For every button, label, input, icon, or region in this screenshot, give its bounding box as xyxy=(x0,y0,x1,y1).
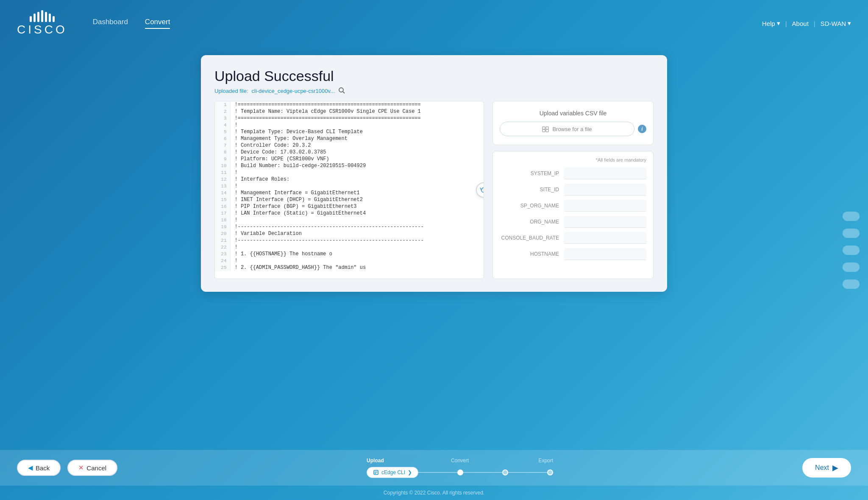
line-code: ! Variable Declaration xyxy=(230,230,484,237)
svg-rect-6 xyxy=(374,470,378,475)
variable-input-site_id[interactable] xyxy=(564,184,646,196)
cancel-icon: ✕ xyxy=(78,464,84,472)
line-number: 7 xyxy=(215,142,230,149)
logo-bar-5 xyxy=(45,12,47,22)
code-table: 1!======================================… xyxy=(215,101,484,271)
info-icon[interactable]: i xyxy=(638,125,646,133)
content-columns: 1!======================================… xyxy=(214,101,654,279)
line-code: ! PIP Interface (BGP) = GigabitEthernet3 xyxy=(230,203,484,210)
line-number: 5 xyxy=(215,128,230,135)
line-code: ! INET Interface (DHCP) = GigabitEtherne… xyxy=(230,196,484,203)
logo-bar-7 xyxy=(53,16,55,22)
variable-row: HOSTNAME xyxy=(500,248,646,260)
search-icon[interactable] xyxy=(338,87,345,95)
variable-input-hostname[interactable] xyxy=(564,248,646,260)
step-dot-export xyxy=(547,469,553,475)
logo-bar-4 xyxy=(41,10,43,22)
header-right: Help ▾ | About | SD-WAN ▾ xyxy=(762,20,851,27)
line-code: ! xyxy=(230,217,484,223)
line-number: 21 xyxy=(215,237,230,244)
variable-label: ORG_NAME xyxy=(500,219,559,225)
scroll-pill-3 xyxy=(843,246,860,255)
next-button[interactable]: Next ▶ xyxy=(802,458,851,478)
about-link[interactable]: About xyxy=(792,20,809,27)
line-number: 1 xyxy=(215,101,230,108)
variable-row: ORG_NAME xyxy=(500,216,646,228)
variable-row: SITE_ID xyxy=(500,184,646,196)
line-number: 11 xyxy=(215,169,230,176)
svg-rect-3 xyxy=(546,127,548,129)
line-code: !=======================================… xyxy=(230,101,484,108)
sdwan-chevron-icon: ▾ xyxy=(848,20,851,27)
page-title: Upload Successful xyxy=(214,68,654,84)
table-row: 2! Template Name: Viptela cEdge CSR1000v… xyxy=(215,108,484,115)
table-row: 20! Variable Declaration xyxy=(215,230,484,237)
variable-label: CONSOLE_BAUD_RATE xyxy=(500,235,559,241)
nav-convert[interactable]: Convert xyxy=(145,18,170,29)
cancel-button[interactable]: ✕ Cancel xyxy=(67,460,117,476)
line-number: 9 xyxy=(215,156,230,162)
right-panel: Upload variables CSV file Browse for a f… xyxy=(492,101,654,279)
back-label: Back xyxy=(36,464,50,472)
variable-input-sp_org_name[interactable] xyxy=(564,200,646,212)
table-row: 17! LAN Interface (Static) = GigabitEthe… xyxy=(215,210,484,217)
line-number: 10 xyxy=(215,162,230,169)
line-number: 25 xyxy=(215,264,230,271)
sdwan-menu[interactable]: SD-WAN ▾ xyxy=(821,20,851,27)
code-panel: 1!======================================… xyxy=(214,101,484,279)
line-code: ! xyxy=(230,122,484,128)
table-row: 21!-------------------------------------… xyxy=(215,237,484,244)
line-number: 22 xyxy=(215,244,230,251)
variable-input-system_ip[interactable] xyxy=(564,168,646,179)
step-dot-convert xyxy=(502,469,508,475)
main-nav: Dashboard Convert xyxy=(93,18,762,29)
footer-bar: ◀ Back ✕ Cancel Upload Convert Export cE… xyxy=(0,450,868,486)
table-row: 24! xyxy=(215,257,484,264)
variable-input-org_name[interactable] xyxy=(564,216,646,228)
line-number: 8 xyxy=(215,149,230,156)
scroll-pill-4 xyxy=(843,263,860,272)
mandatory-note: *All fields are mandatory xyxy=(500,157,646,162)
line-code: ! Management Type: Overlay Management xyxy=(230,135,484,142)
line-number: 12 xyxy=(215,176,230,183)
table-row: 23! 1. {{HOSTNAME}} The hostname o xyxy=(215,251,484,257)
divider-1: | xyxy=(785,20,787,27)
line-number: 18 xyxy=(215,217,230,223)
line-code: ! LAN Interface (Static) = GigabitEthern… xyxy=(230,210,484,217)
logo-bar-2 xyxy=(33,14,36,22)
upload-card: Upload Successful Uploaded file: cli-dev… xyxy=(201,55,667,292)
nav-dashboard[interactable]: Dashboard xyxy=(93,18,128,29)
variable-input-console_baud_rate[interactable] xyxy=(564,232,646,244)
code-viewer[interactable]: 1!======================================… xyxy=(215,101,484,279)
line-number: 14 xyxy=(215,190,230,196)
svg-point-0 xyxy=(339,88,343,92)
table-row: 15! INET Interface (DHCP) = GigabitEther… xyxy=(215,196,484,203)
table-row: 4! xyxy=(215,122,484,128)
logo-bar-3 xyxy=(37,12,39,22)
line-number: 17 xyxy=(215,210,230,217)
variable-label: HOSTNAME xyxy=(500,251,559,257)
back-button[interactable]: ◀ Back xyxy=(17,460,61,476)
step-badge-cedge: cEdge CLI ❯ xyxy=(367,467,418,478)
copyright: Copyrights © 2022 Cisco. All rights rese… xyxy=(0,486,868,500)
table-row: 12! Interface Roles: xyxy=(215,176,484,183)
line-code: ! Build Number: build-cedge-20210515-004… xyxy=(230,162,484,169)
browse-for-file-button[interactable]: Browse for a file xyxy=(500,122,634,136)
logo-bar-6 xyxy=(49,14,51,22)
table-row: 8! Device Code: 17.03.02.0.3785 xyxy=(215,149,484,156)
line-code: ! Template Name: Viptela cEdge CSR1000v … xyxy=(230,108,484,115)
line-number: 3 xyxy=(215,115,230,122)
line-number: 6 xyxy=(215,135,230,142)
help-chevron-icon: ▾ xyxy=(777,20,780,27)
decorative-scrollbars xyxy=(843,212,860,289)
svg-rect-5 xyxy=(546,129,548,132)
line-number: 4 xyxy=(215,122,230,128)
line-code: ! xyxy=(230,257,484,264)
uploaded-file-row: Uploaded file: cli-device_cedge-ucpe-csr… xyxy=(214,87,654,95)
variable-label: SITE_ID xyxy=(500,187,559,193)
step-badge-label: cEdge CLI xyxy=(381,469,405,475)
svg-rect-4 xyxy=(542,129,545,132)
next-arrow-icon: ▶ xyxy=(832,463,838,472)
logo-bar-1 xyxy=(30,16,32,22)
help-menu[interactable]: Help ▾ xyxy=(762,20,780,27)
